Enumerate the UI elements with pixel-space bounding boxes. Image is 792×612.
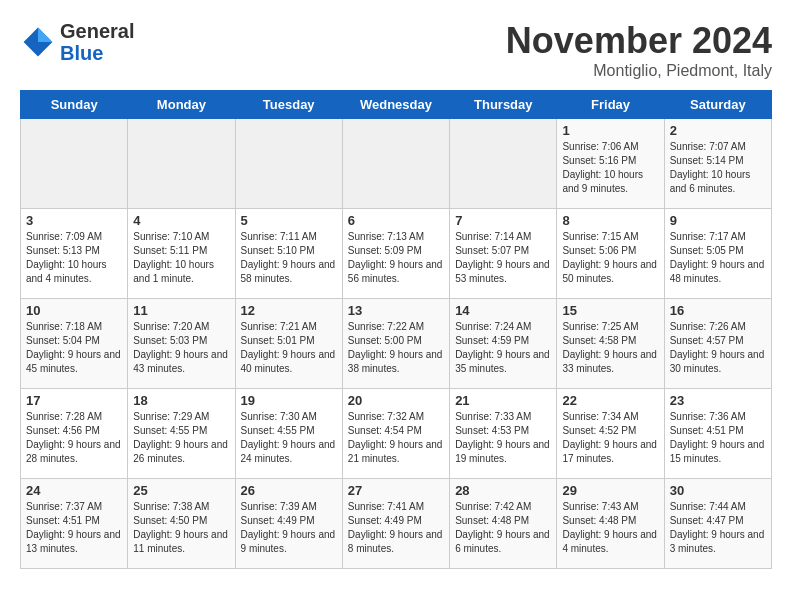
day-info: Sunrise: 7:34 AMSunset: 4:52 PMDaylight:… <box>562 410 658 466</box>
calendar-cell: 3Sunrise: 7:09 AMSunset: 5:13 PMDaylight… <box>21 209 128 299</box>
day-of-week-header: Friday <box>557 91 664 119</box>
day-info: Sunrise: 7:39 AMSunset: 4:49 PMDaylight:… <box>241 500 337 556</box>
location: Montiglio, Piedmont, Italy <box>506 62 772 80</box>
day-info: Sunrise: 7:38 AMSunset: 4:50 PMDaylight:… <box>133 500 229 556</box>
day-number: 13 <box>348 303 444 318</box>
day-info: Sunrise: 7:11 AMSunset: 5:10 PMDaylight:… <box>241 230 337 286</box>
day-info: Sunrise: 7:29 AMSunset: 4:55 PMDaylight:… <box>133 410 229 466</box>
day-of-week-header: Tuesday <box>235 91 342 119</box>
day-info: Sunrise: 7:14 AMSunset: 5:07 PMDaylight:… <box>455 230 551 286</box>
calendar-cell: 8Sunrise: 7:15 AMSunset: 5:06 PMDaylight… <box>557 209 664 299</box>
day-info: Sunrise: 7:10 AMSunset: 5:11 PMDaylight:… <box>133 230 229 286</box>
day-info: Sunrise: 7:21 AMSunset: 5:01 PMDaylight:… <box>241 320 337 376</box>
header: General Blue November 2024 Montiglio, Pi… <box>20 20 772 80</box>
day-of-week-header: Monday <box>128 91 235 119</box>
calendar-cell: 14Sunrise: 7:24 AMSunset: 4:59 PMDayligh… <box>450 299 557 389</box>
calendar-cell: 6Sunrise: 7:13 AMSunset: 5:09 PMDaylight… <box>342 209 449 299</box>
day-of-week-header: Sunday <box>21 91 128 119</box>
calendar-cell: 27Sunrise: 7:41 AMSunset: 4:49 PMDayligh… <box>342 479 449 569</box>
day-info: Sunrise: 7:32 AMSunset: 4:54 PMDaylight:… <box>348 410 444 466</box>
calendar-cell: 2Sunrise: 7:07 AMSunset: 5:14 PMDaylight… <box>664 119 771 209</box>
day-number: 12 <box>241 303 337 318</box>
calendar-cell: 17Sunrise: 7:28 AMSunset: 4:56 PMDayligh… <box>21 389 128 479</box>
day-info: Sunrise: 7:20 AMSunset: 5:03 PMDaylight:… <box>133 320 229 376</box>
day-number: 7 <box>455 213 551 228</box>
day-info: Sunrise: 7:17 AMSunset: 5:05 PMDaylight:… <box>670 230 766 286</box>
day-info: Sunrise: 7:13 AMSunset: 5:09 PMDaylight:… <box>348 230 444 286</box>
day-number: 9 <box>670 213 766 228</box>
day-number: 29 <box>562 483 658 498</box>
logo: General Blue <box>20 20 134 64</box>
calendar-cell: 1Sunrise: 7:06 AMSunset: 5:16 PMDaylight… <box>557 119 664 209</box>
day-number: 18 <box>133 393 229 408</box>
day-number: 15 <box>562 303 658 318</box>
day-number: 16 <box>670 303 766 318</box>
day-info: Sunrise: 7:33 AMSunset: 4:53 PMDaylight:… <box>455 410 551 466</box>
day-number: 5 <box>241 213 337 228</box>
logo-text: General Blue <box>60 20 134 64</box>
calendar-cell <box>342 119 449 209</box>
day-info: Sunrise: 7:26 AMSunset: 4:57 PMDaylight:… <box>670 320 766 376</box>
calendar-cell: 16Sunrise: 7:26 AMSunset: 4:57 PMDayligh… <box>664 299 771 389</box>
title-area: November 2024 Montiglio, Piedmont, Italy <box>506 20 772 80</box>
calendar-cell <box>21 119 128 209</box>
svg-marker-1 <box>38 28 52 42</box>
day-number: 2 <box>670 123 766 138</box>
calendar-cell: 25Sunrise: 7:38 AMSunset: 4:50 PMDayligh… <box>128 479 235 569</box>
day-info: Sunrise: 7:36 AMSunset: 4:51 PMDaylight:… <box>670 410 766 466</box>
calendar-cell: 12Sunrise: 7:21 AMSunset: 5:01 PMDayligh… <box>235 299 342 389</box>
calendar-cell: 11Sunrise: 7:20 AMSunset: 5:03 PMDayligh… <box>128 299 235 389</box>
calendar-cell: 20Sunrise: 7:32 AMSunset: 4:54 PMDayligh… <box>342 389 449 479</box>
day-info: Sunrise: 7:42 AMSunset: 4:48 PMDaylight:… <box>455 500 551 556</box>
day-number: 22 <box>562 393 658 408</box>
calendar-cell: 28Sunrise: 7:42 AMSunset: 4:48 PMDayligh… <box>450 479 557 569</box>
day-number: 21 <box>455 393 551 408</box>
day-number: 11 <box>133 303 229 318</box>
calendar-table: SundayMondayTuesdayWednesdayThursdayFrid… <box>20 90 772 569</box>
calendar-cell: 15Sunrise: 7:25 AMSunset: 4:58 PMDayligh… <box>557 299 664 389</box>
day-number: 30 <box>670 483 766 498</box>
day-number: 17 <box>26 393 122 408</box>
calendar-cell: 9Sunrise: 7:17 AMSunset: 5:05 PMDaylight… <box>664 209 771 299</box>
month-title: November 2024 <box>506 20 772 62</box>
calendar-cell <box>450 119 557 209</box>
day-info: Sunrise: 7:41 AMSunset: 4:49 PMDaylight:… <box>348 500 444 556</box>
day-number: 19 <box>241 393 337 408</box>
day-info: Sunrise: 7:09 AMSunset: 5:13 PMDaylight:… <box>26 230 122 286</box>
day-number: 14 <box>455 303 551 318</box>
calendar-cell: 29Sunrise: 7:43 AMSunset: 4:48 PMDayligh… <box>557 479 664 569</box>
day-info: Sunrise: 7:44 AMSunset: 4:47 PMDaylight:… <box>670 500 766 556</box>
day-number: 10 <box>26 303 122 318</box>
day-number: 20 <box>348 393 444 408</box>
calendar-cell: 5Sunrise: 7:11 AMSunset: 5:10 PMDaylight… <box>235 209 342 299</box>
calendar-cell: 26Sunrise: 7:39 AMSunset: 4:49 PMDayligh… <box>235 479 342 569</box>
calendar-cell: 21Sunrise: 7:33 AMSunset: 4:53 PMDayligh… <box>450 389 557 479</box>
day-info: Sunrise: 7:24 AMSunset: 4:59 PMDaylight:… <box>455 320 551 376</box>
day-number: 6 <box>348 213 444 228</box>
calendar-cell: 4Sunrise: 7:10 AMSunset: 5:11 PMDaylight… <box>128 209 235 299</box>
calendar-cell: 7Sunrise: 7:14 AMSunset: 5:07 PMDaylight… <box>450 209 557 299</box>
day-of-week-header: Saturday <box>664 91 771 119</box>
day-info: Sunrise: 7:06 AMSunset: 5:16 PMDaylight:… <box>562 140 658 196</box>
calendar-cell: 19Sunrise: 7:30 AMSunset: 4:55 PMDayligh… <box>235 389 342 479</box>
day-number: 28 <box>455 483 551 498</box>
day-info: Sunrise: 7:07 AMSunset: 5:14 PMDaylight:… <box>670 140 766 196</box>
day-info: Sunrise: 7:22 AMSunset: 5:00 PMDaylight:… <box>348 320 444 376</box>
calendar-cell: 23Sunrise: 7:36 AMSunset: 4:51 PMDayligh… <box>664 389 771 479</box>
day-number: 1 <box>562 123 658 138</box>
calendar-cell: 18Sunrise: 7:29 AMSunset: 4:55 PMDayligh… <box>128 389 235 479</box>
day-number: 23 <box>670 393 766 408</box>
day-of-week-header: Wednesday <box>342 91 449 119</box>
day-info: Sunrise: 7:30 AMSunset: 4:55 PMDaylight:… <box>241 410 337 466</box>
day-info: Sunrise: 7:28 AMSunset: 4:56 PMDaylight:… <box>26 410 122 466</box>
day-of-week-header: Thursday <box>450 91 557 119</box>
day-number: 8 <box>562 213 658 228</box>
day-info: Sunrise: 7:18 AMSunset: 5:04 PMDaylight:… <box>26 320 122 376</box>
calendar-cell: 10Sunrise: 7:18 AMSunset: 5:04 PMDayligh… <box>21 299 128 389</box>
calendar-cell: 30Sunrise: 7:44 AMSunset: 4:47 PMDayligh… <box>664 479 771 569</box>
day-info: Sunrise: 7:25 AMSunset: 4:58 PMDaylight:… <box>562 320 658 376</box>
day-number: 4 <box>133 213 229 228</box>
day-number: 26 <box>241 483 337 498</box>
calendar-cell <box>128 119 235 209</box>
logo-icon <box>20 24 56 60</box>
